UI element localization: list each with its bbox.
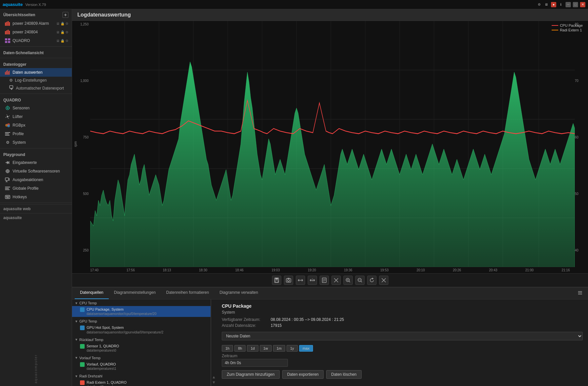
export-data-btn[interactable]: Daten exportieren — [282, 370, 324, 379]
scroll-down-btn[interactable]: ▼ — [212, 380, 216, 385]
monitor-icon3: 🖥 — [56, 39, 59, 43]
close-btn[interactable]: ✕ — [580, 2, 585, 7]
chart-zoom-btn[interactable] — [355, 276, 365, 285]
vorlauf-icon — [80, 362, 85, 367]
tab-datenquellen[interactable]: Datenquellen — [75, 288, 109, 299]
tree-item-radi-extern1[interactable]: Radi Extern 1, QUADRO data\fans\0\speed — [72, 379, 211, 386]
bottom-panel-menu-btn[interactable] — [575, 288, 585, 299]
tree-item-cpu-package[interactable]: CPU Package, System data\sensor\aquamoni… — [72, 306, 211, 317]
sidebar-item-rgbpx[interactable]: RGBpx — [0, 121, 72, 130]
sidebar-item-auto-export[interactable]: Automatischer Datenexport — [0, 84, 72, 92]
sidebar-section-schnell[interactable]: Daten-Schnellansicht — [0, 48, 72, 57]
svg-rect-51 — [6, 197, 9, 198]
chart-screenshot-btn[interactable] — [284, 276, 293, 285]
time-btn-max[interactable]: max — [299, 345, 313, 352]
chart-search-btn[interactable] — [343, 276, 353, 285]
app-version: Version X.79 — [25, 3, 536, 7]
x-label-1813: 18:13 — [163, 268, 171, 272]
sidebar-item-daten-auswerten[interactable]: Daten auswerten — [0, 68, 72, 77]
sidebar-item-globale[interactable]: Globale Profile — [0, 184, 72, 193]
time-btn-1m[interactable]: 1m — [273, 345, 285, 352]
y-label-1250: 1,250 — [80, 22, 89, 26]
add-diagram-btn[interactable]: Zum Diagramm hinzufügen — [222, 370, 280, 379]
y-right-70: 70 — [575, 79, 578, 83]
sidebar-item-lufiter[interactable]: Lüfter — [0, 112, 72, 121]
sidebar-section-quadro-label: QUADRO — [3, 98, 21, 102]
sidebar-aquasuite-web[interactable]: aquasuite web — [0, 204, 72, 213]
time-btn-1d[interactable]: 1d — [247, 345, 258, 352]
settings-icon-btn[interactable]: ⚙ — [536, 2, 542, 7]
svg-rect-5 — [6, 30, 7, 34]
sidebar-item-ausgabe[interactable]: Ausgabeaktionen — [0, 175, 72, 184]
tree-group-vorlauf-header[interactable]: ▼ Vorlauf Temp — [72, 355, 211, 361]
sidebar-item-profile[interactable]: Profile — [0, 130, 72, 138]
info-icon-btn[interactable]: ℹ — [558, 2, 564, 7]
indicator-btn[interactable]: ● — [551, 2, 556, 7]
rucklauf-toggle-icon: ▼ — [75, 338, 78, 341]
chart-close-btn[interactable] — [379, 276, 388, 285]
tree-group-vorlauf: ▼ Vorlauf Temp Vorlauf, QUADRO data\temp… — [72, 354, 211, 372]
sidebar-item-virtuelle[interactable]: Virtuelle Softwaresensoren — [0, 167, 72, 175]
sidebar-item-sensoren-label: Sensoren — [13, 106, 29, 110]
tree-group-rucklauf-header[interactable]: ▼ Rücklauf Temp — [72, 337, 211, 343]
sidebar-item-log-einst[interactable]: ⚙ Log-Einstellungen — [0, 77, 72, 84]
tab-diagramme[interactable]: Diagramme verwalten — [214, 288, 263, 299]
tree-item-sensor1[interactable]: Sensor 1, QUADRO data\temperatures\0 — [72, 343, 211, 354]
vorlauf-text: Vorlauf, QUADRO data\temperatures\1 — [87, 362, 116, 371]
delete-data-btn[interactable]: Daten löschen — [326, 370, 362, 379]
profile-icon — [5, 131, 11, 137]
sidebar-item-power-alarm[interactable]: power 240809 Alarm 🖥 🔒 ⚙ — [0, 19, 72, 28]
chart-wrapper: CPU Package Radi Extern 1 1,250 1,000 75… — [72, 21, 588, 267]
time-btn-8h[interactable]: 8h — [234, 345, 246, 352]
chart-svg-area — [90, 21, 575, 267]
chart-page-btn[interactable] — [320, 276, 329, 285]
sidebar-item-quadro[interactable]: QUADRO 🖥 🔒 ⚙ — [0, 36, 72, 45]
time-btn-1w[interactable]: 1w — [260, 345, 272, 352]
svg-rect-10 — [5, 41, 7, 43]
time-btn-1y[interactable]: 1y — [287, 345, 298, 352]
tree-group-radi-header[interactable]: ▼ Radi Drehzahl — [72, 373, 211, 379]
chart-cross-btn[interactable] — [332, 276, 341, 285]
svg-rect-2 — [8, 21, 9, 26]
maximize-btn[interactable]: □ — [573, 2, 578, 7]
chart-zoom-x-btn[interactable] — [308, 276, 317, 285]
scroll-up-btn[interactable]: ▲ — [212, 375, 216, 379]
zeitraum-input[interactable] — [222, 359, 288, 367]
gpu-temp-label: GPU Temp — [79, 319, 97, 323]
x-label-1903: 19:03 — [271, 268, 280, 272]
chart-save-btn[interactable] — [272, 276, 281, 285]
sidebar-aquasuite[interactable]: aquasuite — [0, 213, 72, 222]
minimize-btn[interactable]: ─ — [566, 2, 571, 7]
svg-rect-8 — [5, 38, 7, 40]
tree-item-vorlauf[interactable]: Vorlauf, QUADRO data\temperatures\1 — [72, 361, 211, 372]
sensor1-name: Sensor 1, QUADRO — [87, 344, 119, 348]
tab-datenreihen[interactable]: Datenreihen formatieren — [161, 288, 214, 299]
tree-group-cpu-header[interactable]: ▼ CPU Temp — [72, 300, 211, 306]
sidebar-item-sensoren[interactable]: Sensoren — [0, 104, 72, 112]
sidebar-item-system[interactable]: ⚙ System — [0, 138, 72, 147]
bottom-tabs: Datenquellen Diagrammeinstellungen Daten… — [72, 288, 588, 299]
sidebar-item-power-main[interactable]: power 240804 🖥 🔒 ⚙ — [0, 28, 72, 36]
tree-item-gpu-hotspot[interactable]: GPU Hot Spot, System data\sensor\aquamon… — [72, 324, 211, 335]
sidebar-section-playground: Playground — [0, 150, 72, 158]
chart-toolbar — [72, 273, 588, 287]
main-layout: Übersichtsseiten + power 240809 Alarm 🖥 … — [0, 9, 588, 386]
sidebar-section-datenlogger-label: Datenlogger — [3, 62, 26, 67]
svg-rect-44 — [5, 187, 10, 187]
x-label-1920: 19:20 — [308, 268, 316, 272]
sidebar-section-schnell-label: Daten-Schnellansicht — [3, 51, 44, 55]
tab-diagramm-einst[interactable]: Diagrammeinstellungen — [109, 288, 161, 299]
chart-fit-btn[interactable] — [296, 276, 305, 285]
x-label-2100: 21:00 — [525, 268, 533, 272]
sensor1-text: Sensor 1, QUADRO data\temperatures\0 — [87, 344, 119, 353]
sidebar-item-eingabewerte[interactable]: Eingabewerte — [0, 158, 72, 167]
chart-refresh-btn[interactable] — [367, 276, 376, 285]
tree-group-gpu-header[interactable]: ▼ GPU Temp — [72, 318, 211, 324]
svg-rect-12 — [5, 72, 6, 75]
time-btn-1h[interactable]: 1h — [222, 345, 233, 352]
sidebar-item-hotkeys[interactable]: Hotkeys — [0, 193, 72, 201]
sidebar-section-ubersicht: Übersichtsseiten + — [0, 9, 72, 19]
add-ubersicht-btn[interactable]: + — [62, 12, 68, 18]
newest-data-dropdown[interactable]: Neuste Daten — [222, 332, 583, 340]
monitor-icon-btn[interactable]: 🖥 — [544, 2, 549, 7]
